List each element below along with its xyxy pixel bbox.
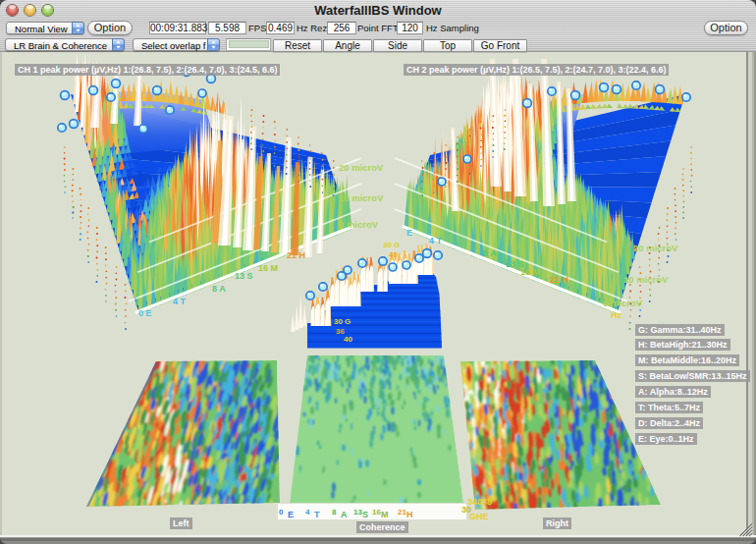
svg-text:8: 8 bbox=[332, 508, 337, 517]
svg-text:30 G: 30 G bbox=[383, 241, 400, 249]
svg-text:13 S: 13 S bbox=[235, 271, 253, 281]
svg-text:40: 40 bbox=[344, 335, 352, 344]
svg-text:M: M bbox=[381, 510, 389, 519]
svg-text:40: 40 bbox=[389, 250, 398, 259]
svg-text:Hz: Hz bbox=[611, 310, 621, 320]
svg-text:H: H bbox=[406, 510, 413, 519]
svg-text:4 T: 4 T bbox=[429, 236, 443, 245]
svg-text:E: E bbox=[406, 228, 412, 238]
svg-text:16 M: 16 M bbox=[520, 267, 540, 277]
svg-text:8 A: 8 A bbox=[212, 284, 226, 294]
svg-text:A: A bbox=[341, 510, 348, 519]
svg-text:4 T: 4 T bbox=[173, 297, 187, 306]
svg-text:0 microV: 0 microV bbox=[603, 298, 643, 308]
svg-text:S: S bbox=[362, 510, 368, 519]
svg-text:8 A: 8 A bbox=[483, 248, 497, 258]
svg-text:T: T bbox=[314, 510, 320, 519]
svg-text:4: 4 bbox=[305, 508, 310, 517]
svg-text:0 E: 0 E bbox=[138, 308, 152, 318]
svg-text:10 microV: 10 microV bbox=[339, 192, 384, 203]
svg-text:16 M: 16 M bbox=[258, 263, 278, 273]
svg-text:GHE: GHE bbox=[469, 512, 489, 521]
svg-text:20 microV: 20 microV bbox=[339, 162, 384, 173]
svg-text:10 microV: 10 microV bbox=[623, 274, 669, 285]
svg-text:21 H: 21 H bbox=[550, 275, 568, 285]
svg-text:0 microV: 0 microV bbox=[339, 219, 379, 230]
svg-text:E: E bbox=[288, 510, 294, 519]
svg-text:21 H: 21 H bbox=[287, 250, 305, 260]
svg-text:0: 0 bbox=[279, 508, 284, 517]
svg-text:20 microV: 20 microV bbox=[633, 243, 678, 253]
svg-text:30 G: 30 G bbox=[334, 317, 351, 326]
